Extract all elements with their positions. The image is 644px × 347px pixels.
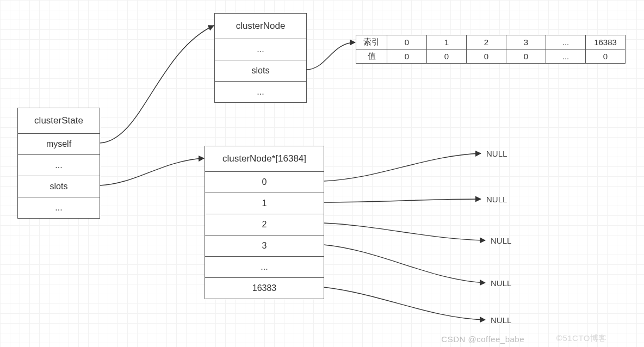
null-label-2: NULL — [491, 236, 511, 245]
watermark-left: CSDN @coffee_babe — [441, 334, 524, 344]
null-label-1: NULL — [486, 195, 507, 204]
cluster-node-title: clusterNode — [215, 14, 306, 39]
arrow-myself-to-clusternode — [100, 26, 214, 143]
cluster-state-title: clusterState — [18, 108, 100, 133]
cluster-state-slots: slots — [18, 176, 100, 197]
index-header: 索引 — [356, 35, 387, 49]
value-3: 0 — [506, 49, 546, 63]
watermark-right: ©51CTO博客 — [556, 333, 607, 344]
arrow-state-slots-to-array — [100, 158, 204, 185]
index-ellipsis: ... — [546, 35, 585, 49]
value-header: 值 — [356, 49, 387, 63]
arrow-0-to-null — [324, 153, 481, 181]
slots-array-3: 3 — [205, 235, 324, 256]
cluster-state-ellipsis1: ... — [18, 154, 100, 176]
index-3: 3 — [506, 35, 546, 49]
slots-array-ellipsis: ... — [205, 256, 324, 277]
cluster-node-ellipsis2: ... — [215, 81, 306, 102]
arrow-3-to-null — [324, 245, 485, 283]
cluster-node-box: clusterNode ... slots ... — [214, 13, 307, 103]
index-0: 0 — [387, 35, 426, 49]
value-2: 0 — [466, 49, 506, 63]
value-1: 0 — [426, 49, 466, 63]
index-row: 索引 0 1 2 3 ... 16383 — [356, 35, 625, 49]
cluster-node-ellipsis1: ... — [215, 39, 306, 60]
arrow-1-to-null — [324, 199, 481, 202]
value-0: 0 — [387, 49, 426, 63]
null-label-0: NULL — [486, 149, 507, 158]
arrow-2-to-null — [324, 223, 485, 240]
index-value-table: 索引 0 1 2 3 ... 16383 值 0 0 0 0 ... 0 — [356, 35, 626, 64]
null-label-3: NULL — [491, 278, 511, 288]
slots-array-title: clusterNode*[16384] — [205, 146, 324, 171]
slots-array-2: 2 — [205, 214, 324, 235]
cluster-state-myself: myself — [18, 133, 100, 154]
slots-array-box: clusterNode*[16384] 0 1 2 3 ... 16383 — [205, 146, 324, 299]
index-1: 1 — [426, 35, 466, 49]
arrow-slots-to-table — [306, 42, 355, 70]
null-label-4: NULL — [491, 315, 511, 325]
value-row: 值 0 0 0 0 ... 0 — [356, 49, 625, 63]
index-2: 2 — [466, 35, 506, 49]
slots-array-0: 0 — [205, 171, 324, 193]
cluster-state-ellipsis2: ... — [18, 197, 100, 218]
value-16383: 0 — [585, 49, 625, 63]
arrow-16383-to-null — [324, 287, 485, 320]
index-16383: 16383 — [585, 35, 625, 49]
slots-array-16383: 16383 — [205, 277, 324, 299]
cluster-node-slots: slots — [215, 60, 306, 81]
slots-array-1: 1 — [205, 193, 324, 214]
value-ellipsis: ... — [546, 49, 585, 63]
cluster-state-box: clusterState myself ... slots ... — [17, 108, 100, 219]
